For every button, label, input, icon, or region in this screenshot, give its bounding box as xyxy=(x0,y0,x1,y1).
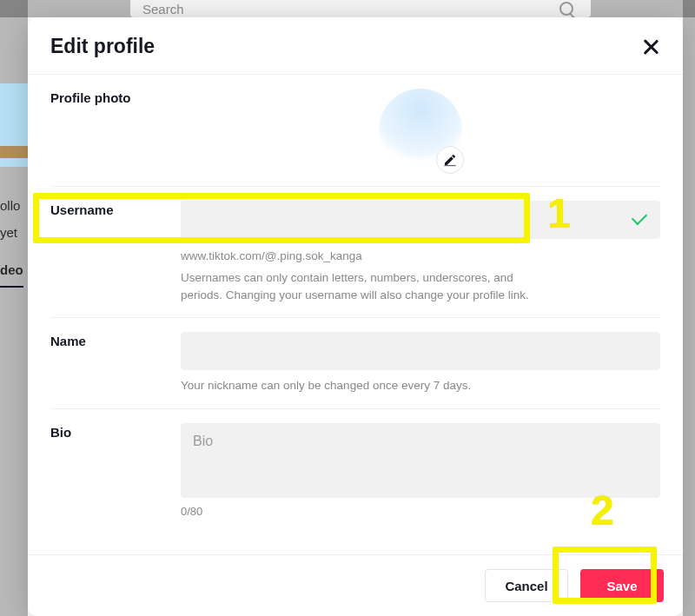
pencil-icon xyxy=(443,153,457,167)
username-hint: Usernames can only contain letters, numb… xyxy=(181,269,537,303)
background-follow-fragment: ollo xyxy=(0,196,20,216)
section-name: Name Your nickname can only be changed o… xyxy=(50,318,660,409)
svg-rect-0 xyxy=(444,165,455,166)
cancel-button-label: Cancel xyxy=(505,579,547,593)
bio-label: Bio xyxy=(50,423,181,518)
name-input[interactable] xyxy=(181,332,660,370)
username-input[interactable] xyxy=(181,201,660,239)
bio-content: Bio 0/80 xyxy=(181,423,660,518)
close-icon[interactable] xyxy=(641,37,660,56)
search-icon xyxy=(559,2,573,16)
profile-photo-label: Profile photo xyxy=(50,89,181,105)
search-input[interactable]: Search xyxy=(130,0,591,17)
background-tab-fragment: deo xyxy=(0,261,23,288)
username-url: www.tiktok.com/@.ping.sok_kanga xyxy=(181,249,660,262)
background-avatar xyxy=(0,83,28,167)
edit-photo-button[interactable] xyxy=(436,146,464,174)
modal-body: Profile photo Username xyxy=(28,75,683,554)
save-button[interactable]: Save xyxy=(580,569,664,602)
edit-profile-modal: Edit profile Profile photo U xyxy=(28,17,683,616)
name-label: Name xyxy=(50,332,181,394)
modal-title: Edit profile xyxy=(50,35,155,58)
cancel-button[interactable]: Cancel xyxy=(485,569,568,602)
modal-backdrop-right xyxy=(683,0,695,616)
name-hint: Your nickname can only be changed once e… xyxy=(181,377,537,394)
background-yet-fragment: yet xyxy=(0,223,20,243)
modal-footer: Cancel Save xyxy=(28,554,683,616)
section-profile-photo: Profile photo xyxy=(50,75,660,187)
modal-header: Edit profile xyxy=(28,17,683,75)
bio-counter: 0/80 xyxy=(181,505,660,518)
avatar-wrap xyxy=(379,89,462,172)
section-bio: Bio Bio 0/80 xyxy=(50,409,660,532)
bio-input[interactable]: Bio xyxy=(181,423,660,498)
username-content: www.tiktok.com/@.ping.sok_kanga Username… xyxy=(181,201,660,303)
background-text: ollo yet deo xyxy=(0,196,20,242)
search-placeholder: Search xyxy=(142,2,184,17)
section-username: Username www.tiktok.com/@.ping.sok_kanga… xyxy=(50,187,660,318)
save-button-label: Save xyxy=(606,579,637,593)
bio-placeholder: Bio xyxy=(193,434,213,448)
name-content: Your nickname can only be changed once e… xyxy=(181,332,660,394)
profile-photo-content xyxy=(181,89,660,172)
username-label: Username xyxy=(50,201,181,303)
